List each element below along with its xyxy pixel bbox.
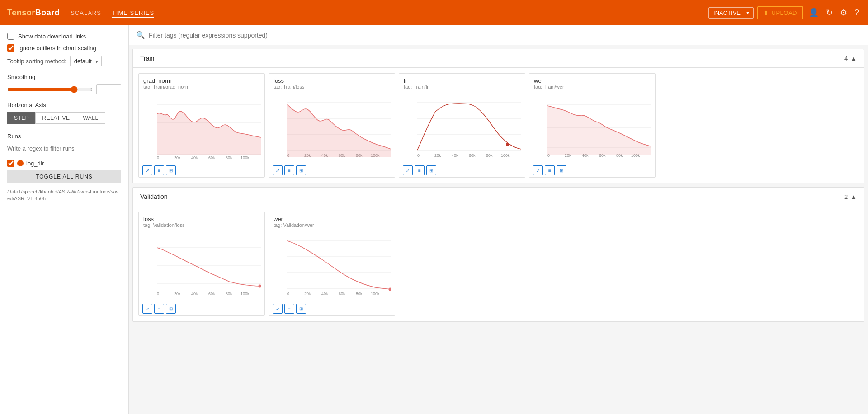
chart-train-loss-data-button[interactable]: ≡ <box>284 165 294 175</box>
smoothing-slider[interactable] <box>7 86 93 93</box>
validation-section: Validation 2 ▲ loss tag: Validation/loss <box>132 187 864 322</box>
chart-train-wer-data-button[interactable]: ≡ <box>545 165 555 175</box>
horizontal-axis-label: Horizontal Axis <box>7 102 121 108</box>
runs-label: Runs <box>7 133 121 140</box>
ignore-outliers-checkbox[interactable] <box>7 44 14 52</box>
chart-train-wer-footer: ⤢ ≡ ⊞ <box>529 164 655 177</box>
svg-text:20k: 20k <box>304 292 311 296</box>
chart-val-wer: wer tag: Validation/wer 0.28 0.26 0.24 <box>269 212 395 316</box>
smoothing-value-input[interactable]: 0.807 <box>96 84 121 94</box>
chart-lr-title: lr <box>404 77 520 84</box>
chart-val-loss-svg: 0.5 0 20k 40k 60k 80k 100k <box>157 231 261 300</box>
upload-button[interactable]: ⬆ UPLOAD <box>757 6 803 19</box>
smoothing-label: Smoothing <box>7 74 121 80</box>
chart-grad-norm-data-button[interactable]: ≡ <box>154 165 164 175</box>
tooltip-select[interactable]: default <box>70 56 102 66</box>
status-select[interactable]: INACTIVE <box>708 7 754 19</box>
validation-section-header: Validation 2 ▲ <box>133 188 864 206</box>
chart-val-loss-dot <box>259 285 261 288</box>
svg-text:80k: 80k <box>226 155 232 160</box>
train-count-number: 4 <box>844 55 848 62</box>
chart-lr-fit-button[interactable]: ⊞ <box>426 165 436 175</box>
nav-time-series[interactable]: TIME SERIES <box>112 8 154 18</box>
chart-grad-norm-expand-button[interactable]: ⤢ <box>142 165 152 175</box>
help-icon-button[interactable]: ? <box>853 6 861 19</box>
chart-lr: lr tag: Train/lr 5e-5 1e-5 6e-6 2e-6 <box>399 73 525 178</box>
chart-val-wer-fit-button[interactable]: ⊞ <box>296 304 306 314</box>
svg-text:60k: 60k <box>208 155 215 160</box>
logo-board: Board <box>35 8 60 17</box>
ignore-outliers-label: Ignore outliers in chart scaling <box>18 45 96 52</box>
chart-val-wer-expand-button[interactable]: ⤢ <box>273 304 283 314</box>
show-download-row: Show data download links <box>7 33 121 40</box>
validation-section-collapse-icon[interactable]: ▲ <box>850 193 857 200</box>
axis-step-button[interactable]: STEP <box>7 112 35 124</box>
chart-lr-footer: ⤢ ≡ ⊞ <box>399 164 525 177</box>
svg-text:60k: 60k <box>208 292 215 296</box>
chart-val-loss-title: loss <box>143 216 260 222</box>
chart-train-loss-title: loss <box>274 77 390 84</box>
chart-train-wer-tag: tag: Train/wer <box>534 84 651 89</box>
tag-filter-input[interactable] <box>149 32 861 39</box>
settings-icon-button[interactable]: ⚙ <box>838 6 849 19</box>
chart-train-wer-header: wer tag: Train/wer <box>529 74 655 91</box>
refresh-icon-button[interactable]: ↻ <box>824 6 835 19</box>
svg-text:60k: 60k <box>339 292 345 296</box>
upload-icon: ⬆ <box>764 9 769 16</box>
chart-train-wer-expand-button[interactable]: ⤢ <box>533 165 543 175</box>
chart-train-loss-expand-button[interactable]: ⤢ <box>273 165 283 175</box>
axis-relative-button[interactable]: RELATIVE <box>35 112 76 124</box>
chart-val-loss-tag: tag: Validation/loss <box>143 222 260 228</box>
chart-lr-area: 5e-5 1e-5 6e-6 2e-6 0 20k 40k 60k 80k 10… <box>399 91 525 164</box>
svg-text:40k: 40k <box>321 292 328 296</box>
svg-text:0: 0 <box>287 292 289 296</box>
upload-label: UPLOAD <box>772 9 797 16</box>
chart-grad-norm-header: grad_norm tag: Train/grad_norm <box>139 74 264 91</box>
chart-lr-expand-button[interactable]: ⤢ <box>403 165 413 175</box>
search-icon: 🔍 <box>136 31 145 39</box>
account-icon-button[interactable]: 👤 <box>807 6 821 19</box>
header: TensorBoard SCALARS TIME SERIES INACTIVE… <box>0 0 868 25</box>
chart-lr-dot <box>506 143 509 146</box>
chart-train-loss-tag: tag: Train/loss <box>274 84 390 89</box>
svg-text:20k: 20k <box>174 155 181 160</box>
chart-train-loss-fit-button[interactable]: ⊞ <box>296 165 306 175</box>
chart-val-loss-footer: ⤢ ≡ ⊞ <box>139 302 264 315</box>
svg-text:40k: 40k <box>191 292 198 296</box>
regex-filter-input[interactable] <box>7 143 121 154</box>
tooltip-row: Tooltip sorting method: default ▼ <box>7 56 121 66</box>
show-download-checkbox[interactable] <box>7 33 14 40</box>
main-layout: Show data download links Ignore outliers… <box>0 25 868 414</box>
svg-text:20k: 20k <box>174 292 181 296</box>
chart-train-loss-footer: ⤢ ≡ ⊞ <box>269 164 395 177</box>
chart-train-wer-svg: 0.4 0.3 0.2 0 20k 40k 60k 80k 100k <box>547 93 651 162</box>
svg-text:40k: 40k <box>191 155 198 160</box>
sidebar: Show data download links Ignore outliers… <box>0 25 129 414</box>
train-section: Train 4 ▲ grad_norm tag: Train/grad_norm <box>132 49 864 183</box>
chart-train-wer: wer tag: Train/wer 0.4 0.3 0.2 0 20k <box>529 73 656 178</box>
ignore-outliers-row: Ignore outliers in chart scaling <box>7 44 121 52</box>
run-checkbox[interactable] <box>7 160 14 167</box>
svg-text:80k: 80k <box>356 292 363 296</box>
run-path-text: /data1/speech/khanhld/ASR-Wa2vec-Finetun… <box>7 188 121 202</box>
axis-wall-button[interactable]: WALL <box>76 112 105 124</box>
run-name-label: log_dir <box>26 160 44 167</box>
axis-buttons: STEP RELATIVE WALL <box>7 112 121 124</box>
chart-val-loss-expand-button[interactable]: ⤢ <box>142 304 152 314</box>
chart-grad-norm-fill <box>157 111 261 155</box>
train-section-collapse-icon[interactable]: ▲ <box>850 55 857 62</box>
validation-section-title: Validation <box>140 193 167 200</box>
chart-train-wer-fit-button[interactable]: ⊞ <box>557 165 566 175</box>
chart-val-wer-svg: 0.28 0.26 0.24 0.22 0 20k 40k 60k 80k 10… <box>287 231 391 300</box>
chart-val-wer-footer: ⤢ ≡ ⊞ <box>269 302 395 315</box>
chart-grad-norm-fit-button[interactable]: ⊞ <box>166 165 176 175</box>
nav-scalars[interactable]: SCALARS <box>71 8 101 18</box>
chart-val-loss-data-button[interactable]: ≡ <box>154 304 164 314</box>
svg-text:100k: 100k <box>371 292 380 296</box>
chart-val-loss-fit-button[interactable]: ⊞ <box>166 304 176 314</box>
chart-lr-svg: 5e-5 1e-5 6e-6 2e-6 0 20k 40k 60k 80k 10… <box>417 93 521 162</box>
chart-val-wer-data-button[interactable]: ≡ <box>284 304 294 314</box>
toggle-all-runs-button[interactable]: TOGGLE ALL RUNS <box>7 170 121 183</box>
chart-lr-data-button[interactable]: ≡ <box>415 165 425 175</box>
svg-text:60k: 60k <box>469 153 476 158</box>
